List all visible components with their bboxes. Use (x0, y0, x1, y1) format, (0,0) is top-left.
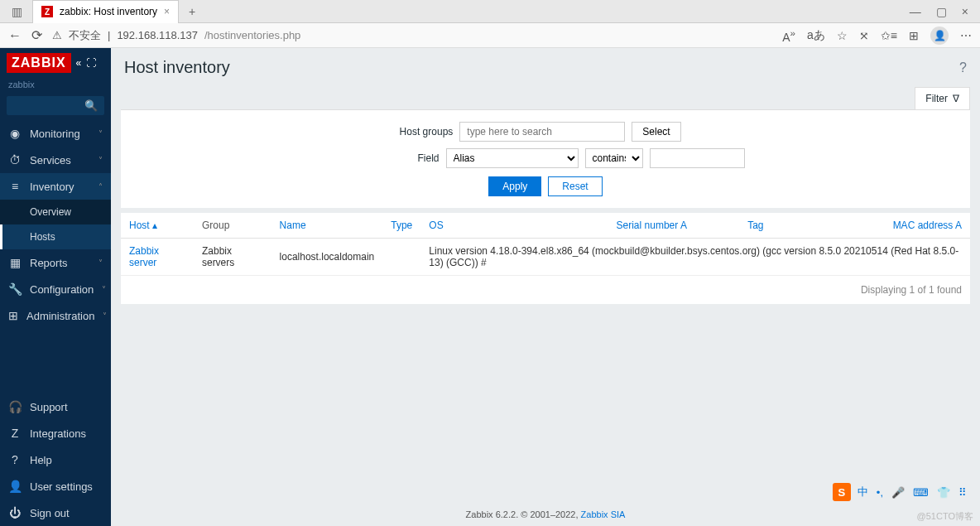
results-count: Displaying 1 of 1 found (121, 276, 970, 304)
col-tag[interactable]: Tag (695, 213, 772, 239)
filter-toggle[interactable]: Filter ∇ (915, 87, 970, 109)
expand-icon[interactable]: ⛶ (86, 57, 96, 69)
gear-icon: ⊞ (8, 309, 18, 322)
sidebar-item-label: Administration (26, 310, 94, 322)
collections-icon[interactable]: ⊞ (909, 29, 919, 42)
sidebar: ZABBIX « ⛶ zabbix 🔍 ◉ Monitoring ˅ ⏱ Ser… (0, 48, 111, 526)
sidebar-item-label: User settings (30, 480, 93, 493)
cell-type (382, 239, 420, 276)
user-icon: 👤 (8, 480, 22, 493)
col-name[interactable]: Name (271, 213, 383, 239)
footer-link[interactable]: Zabbix SIA (581, 509, 626, 519)
watermark: @51CTO博客 (917, 510, 973, 523)
col-type[interactable]: Type (382, 213, 420, 239)
ime-voice-icon[interactable]: 🎤 (890, 485, 906, 500)
browser-tab[interactable]: Z zabbix: Host inventory × (32, 0, 179, 23)
sidebar-subitem-hosts[interactable]: Hosts (0, 224, 111, 249)
text-size-icon[interactable]: A» (782, 27, 795, 44)
page-title: Host inventory (124, 58, 230, 77)
search-input[interactable]: 🔍 (7, 96, 104, 115)
sidebar-subitem-overview[interactable]: Overview (0, 200, 111, 224)
cell-name: localhost.localdomain (271, 239, 383, 276)
select-button[interactable]: Select (632, 122, 680, 142)
help-icon[interactable]: ? (959, 60, 967, 75)
sidebar-item-monitoring[interactable]: ◉ Monitoring ˅ (0, 120, 111, 147)
favorite-icon[interactable]: ☆ (837, 29, 848, 42)
sidebar-item-reports[interactable]: ▦ Reports ˅ (0, 249, 111, 276)
wrench-icon: 🔧 (8, 282, 22, 296)
search-icon: 🔍 (84, 99, 98, 112)
col-serial[interactable]: Serial number A (493, 213, 695, 239)
insecure-label: 不安全 (69, 28, 101, 43)
sidebar-item-signout[interactable]: ⏻ Sign out (0, 499, 111, 526)
window-minimize-icon[interactable]: — (905, 3, 926, 20)
value-input[interactable] (650, 148, 745, 168)
breadcrumb[interactable]: zabbix (0, 78, 111, 91)
sidebar-item-user-settings[interactable]: 👤 User settings (0, 473, 111, 499)
sidebar-item-label: Configuration (30, 283, 94, 296)
sidebar-item-support[interactable]: 🎧 Support (0, 393, 111, 420)
power-icon: ⏻ (8, 506, 22, 519)
sogou-icon[interactable]: S (833, 483, 851, 501)
sidebar-item-label: Integrations (30, 427, 86, 440)
sidebar-item-integrations[interactable]: Z Integrations (0, 420, 111, 446)
sidebar-item-label: Help (30, 454, 52, 466)
cell-group: Zabbix servers (194, 239, 271, 276)
url-field[interactable]: ⚠ 不安全 | 192.168.118.137/hostinventories.… (52, 28, 772, 43)
eye-icon: ◉ (8, 127, 22, 140)
sidebar-item-inventory[interactable]: ≡ Inventory ˄ (0, 173, 111, 200)
chevron-down-icon: ˅ (103, 311, 107, 321)
field-label: Field (291, 152, 440, 164)
translate-icon[interactable]: aあ (807, 28, 825, 43)
ime-keyboard-icon[interactable]: ⌨ (911, 485, 930, 500)
sidebar-item-configuration[interactable]: 🔧 Configuration ˅ (0, 276, 111, 302)
ime-tools-icon[interactable]: ⠿ (957, 485, 968, 500)
browser-tab-bar: ▥ Z zabbix: Host inventory × + — ▢ × (0, 0, 980, 23)
sidebar-item-label: Inventory (30, 181, 74, 193)
sidebar-item-administration[interactable]: ⊞ Administration ˅ (0, 302, 111, 329)
refresh-icon[interactable]: ⟳ (31, 27, 42, 43)
filter-panel: Host groups Select Field Alias contains … (121, 109, 970, 208)
chevron-up-icon: ˄ (98, 182, 103, 191)
sidebar-item-services[interactable]: ⏱ Services ˅ (0, 147, 111, 173)
tab-close-icon[interactable]: × (164, 6, 170, 17)
collapse-sidebar-icon[interactable]: « (76, 57, 82, 69)
cell-host[interactable]: Zabbix server (121, 239, 194, 276)
sidebar-item-label: Services (30, 154, 71, 166)
profile-avatar-icon[interactable]: 👤 (930, 27, 949, 45)
field-select[interactable]: Alias (446, 148, 579, 168)
browser-address-bar: ← ⟳ ⚠ 不安全 | 192.168.118.137/hostinventor… (0, 23, 980, 48)
question-icon: ? (8, 453, 22, 466)
tab-list-icon[interactable]: ▥ (7, 3, 27, 20)
chart-icon: ▦ (8, 256, 22, 269)
reset-button[interactable]: Reset (548, 176, 602, 196)
chevron-down-icon: ˅ (98, 258, 103, 268)
insecure-icon: ⚠ (52, 29, 62, 41)
sidebar-item-help[interactable]: ? Help (0, 446, 111, 473)
apply-button[interactable]: Apply (488, 176, 541, 196)
operator-select[interactable]: contains (585, 148, 643, 168)
stopwatch-icon: ⏱ (8, 153, 22, 166)
sidebar-item-label: Monitoring (30, 128, 80, 140)
window-close-icon[interactable]: × (957, 3, 973, 20)
extensions-icon[interactable]: ⤧ (859, 29, 869, 42)
headset-icon: 🎧 (8, 400, 22, 413)
col-host[interactable]: Host ▴ (121, 213, 194, 239)
new-tab-icon[interactable]: + (184, 3, 200, 20)
table-row[interactable]: Zabbix server Zabbix servers localhost.l… (121, 239, 970, 276)
ime-lang-icon[interactable]: 中 (856, 483, 870, 501)
ime-toolbar[interactable]: S 中 •, 🎤 ⌨ 👕 ⠿ (833, 483, 968, 501)
cell-os: Linux version 4.18.0-394.el8.x86_64 (moc… (420, 239, 970, 276)
window-maximize-icon[interactable]: ▢ (931, 3, 952, 20)
ime-punct-icon[interactable]: •, (875, 485, 885, 500)
ime-skin-icon[interactable]: 👕 (935, 485, 952, 500)
zabbix-logo[interactable]: ZABBIX (7, 53, 71, 73)
favorites-bar-icon[interactable]: ✩≡ (881, 29, 897, 42)
chevron-down-icon: ˅ (98, 129, 103, 138)
more-icon[interactable]: ⋯ (960, 29, 972, 42)
col-os[interactable]: OS (420, 213, 493, 239)
back-icon[interactable]: ← (8, 28, 22, 43)
sidebar-item-label: Support (30, 401, 68, 413)
col-mac[interactable]: MAC address A (772, 213, 970, 239)
host-groups-input[interactable] (459, 122, 625, 142)
